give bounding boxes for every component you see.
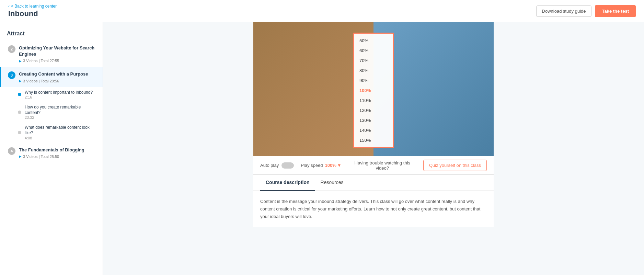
header: ‹ < Back to learning center Inbound Down… [0, 0, 644, 22]
sidebar-item-3-meta: ▶ 3 Videos | Total 29:56 [19, 79, 88, 83]
speed-option-60[interactable]: 60% [354, 46, 393, 56]
speed-option-150[interactable]: 150% [354, 135, 393, 145]
sidebar-item-2-title: Optimizing Your Website for Search Engin… [19, 45, 96, 57]
video-thumbnail[interactable]: 50% 60% 70% 80% 90% 100% 110% 120% 130% … [253, 22, 494, 156]
sidebar-item-2-content: Optimizing Your Website for Search Engin… [19, 45, 96, 63]
sidebar-sub-item-3-3-content: What does remarkable content look like? … [25, 125, 96, 140]
sub-item-3-3-title: What does remarkable content look like? [25, 125, 96, 136]
sidebar-sub-item-3-2-content: How do you create remarkable content? 23… [25, 105, 96, 119]
sub-item-3-1-title: Why is content important to inbound? [25, 90, 93, 95]
take-test-button[interactable]: Take the test [595, 5, 636, 17]
sidebar-item-3-meta-text: 3 Videos | Total 29:56 [23, 79, 59, 83]
sidebar-sub-item-3-2[interactable]: How do you create remarkable content? 23… [0, 102, 103, 122]
quiz-yourself-button[interactable]: Quiz yourself on this class [423, 160, 487, 171]
speed-value-text: 100% [325, 163, 336, 168]
sidebar: Attract 2 Optimizing Your Website for Se… [0, 22, 103, 275]
page-title: Inbound [8, 9, 57, 18]
sub-dot-3-3 [18, 131, 21, 134]
sidebar-section-title: Attract [0, 28, 103, 41]
sub-item-3-2-title: How do you create remarkable content? [25, 105, 96, 115]
sidebar-sub-item-3-1[interactable]: Why is content important to inbound? 2:1… [0, 87, 103, 102]
speed-option-90[interactable]: 90% [354, 76, 393, 85]
main-layout: Attract 2 Optimizing Your Website for Se… [0, 22, 644, 275]
tab-resources-label: Resources [321, 180, 344, 185]
auto-play-section: Auto play [260, 162, 294, 169]
auto-play-toggle[interactable] [281, 162, 294, 169]
sidebar-sub-item-3-3[interactable]: What does remarkable content look like? … [0, 122, 103, 142]
tab-course-description[interactable]: Course description [260, 175, 315, 191]
sub-dot-3-1 [18, 93, 21, 96]
video-wrapper: 50% 60% 70% 80% 90% 100% 110% 120% 130% … [253, 22, 494, 156]
video-icon-3: ▶ [19, 79, 22, 83]
auto-play-label: Auto play [260, 163, 279, 168]
play-speed-value[interactable]: 100% ▼ [325, 163, 342, 168]
sub-item-3-1-duration: 2:16 [25, 95, 93, 99]
sidebar-item-2-number: 2 [8, 45, 15, 53]
sidebar-item-3-number: 3 [8, 71, 15, 79]
speed-option-100[interactable]: 100% [354, 85, 393, 95]
speed-option-80[interactable]: 80% [354, 66, 393, 76]
video-icon-2: ▶ [19, 59, 22, 63]
sub-item-3-3-duration: 4:08 [25, 136, 96, 140]
tab-course-description-label: Course description [266, 180, 310, 185]
play-speed-section: Play speed 100% ▼ [301, 163, 341, 168]
speed-option-130[interactable]: 130% [354, 115, 393, 125]
header-right: Download study guide Take the test [536, 5, 636, 17]
speed-option-110[interactable]: 110% [354, 95, 393, 105]
speed-option-70[interactable]: 70% [354, 56, 393, 66]
download-study-guide-button[interactable]: Download study guide [536, 5, 592, 17]
sidebar-item-4-content: The Fundamentals of Blogging ▶ 3 Videos … [19, 147, 84, 159]
sidebar-item-4-number: 4 [8, 147, 15, 155]
sidebar-sub-item-3-1-content: Why is content important to inbound? 2:1… [25, 90, 93, 100]
speed-chevron-icon: ▼ [337, 163, 342, 168]
sidebar-item-4[interactable]: 4 The Fundamentals of Blogging ▶ 3 Video… [0, 143, 103, 163]
course-description-text: Content is the message your inbound stra… [253, 191, 494, 227]
sidebar-item-3[interactable]: 3 Creating Content with a Purpose ▶ 3 Vi… [0, 67, 103, 87]
back-arrow-icon: ‹ [8, 4, 10, 9]
sub-dot-3-2 [18, 111, 21, 114]
header-left: ‹ < Back to learning center Inbound [8, 4, 57, 18]
content-area: 50% 60% 70% 80% 90% 100% 110% 120% 130% … [103, 22, 644, 275]
back-link[interactable]: ‹ < Back to learning center [8, 4, 57, 9]
sidebar-item-4-meta-text: 3 Videos | Total 25:50 [23, 154, 59, 159]
video-controls-bar: Auto play Play speed 100% ▼ Having troub… [253, 156, 494, 175]
sidebar-item-2-meta-text: 3 Videos | Total 27:55 [23, 59, 59, 63]
tabs-section: Course description Resources Content is … [253, 175, 494, 227]
video-icon-4: ▶ [19, 154, 22, 158]
sidebar-item-3-title: Creating Content with a Purpose [19, 71, 88, 77]
sidebar-item-4-title: The Fundamentals of Blogging [19, 147, 84, 153]
tab-resources[interactable]: Resources [315, 175, 349, 191]
tabs-bar: Course description Resources [253, 175, 494, 191]
sidebar-item-4-meta: ▶ 3 Videos | Total 25:50 [19, 154, 84, 159]
play-speed-label: Play speed [301, 163, 323, 168]
trouble-watching-link[interactable]: Having trouble watching this video? [348, 160, 416, 171]
sidebar-item-2[interactable]: 2 Optimizing Your Website for Search Eng… [0, 41, 103, 67]
sidebar-item-3-content: Creating Content with a Purpose ▶ 3 Vide… [19, 71, 88, 83]
speed-dropdown[interactable]: 50% 60% 70% 80% 90% 100% 110% 120% 130% … [353, 33, 394, 148]
sidebar-item-2-meta: ▶ 3 Videos | Total 27:55 [19, 59, 96, 63]
back-link-label: < Back to learning center [11, 4, 57, 9]
speed-option-120[interactable]: 120% [354, 105, 393, 115]
speed-option-140[interactable]: 140% [354, 125, 393, 135]
video-container: 50% 60% 70% 80% 90% 100% 110% 120% 130% … [253, 22, 494, 156]
sub-item-3-2-duration: 23:32 [25, 115, 96, 119]
speed-option-50[interactable]: 50% [354, 36, 393, 46]
